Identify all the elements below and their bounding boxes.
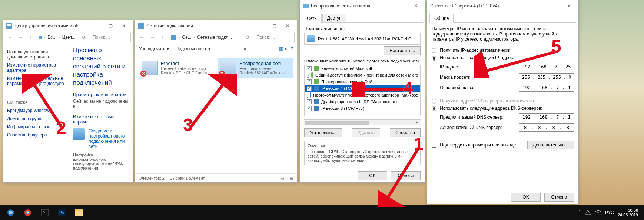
minimize-button[interactable]: ─ <box>255 22 267 30</box>
checkbox[interactable] <box>432 143 436 148</box>
checkbox[interactable] <box>307 106 312 111</box>
checkbox[interactable] <box>307 66 312 71</box>
address-bar[interactable]: › Се... › Сетевые подкл... <box>169 33 242 42</box>
wireless-item[interactable]: ✕ Беспроводная сеть Нет подключения Real… <box>218 58 293 78</box>
homegroup-link[interactable]: Домашняя группа <box>7 116 65 121</box>
search-input[interactable]: Поиск ... <box>90 33 131 42</box>
photoshop-icon[interactable]: Ps <box>53 205 70 220</box>
address-bar[interactable]: › Вс... › Цент... <box>37 33 78 42</box>
tab-access[interactable]: Доступ <box>322 14 346 22</box>
tab-general[interactable]: Общие <box>429 14 454 23</box>
maximize-button[interactable]: ▢ <box>104 22 117 30</box>
checkbox[interactable] <box>307 93 308 98</box>
see-also-header: См. также <box>7 100 65 105</box>
chrome-icon[interactable] <box>19 205 36 220</box>
connect-to-menu[interactable]: Подключение к ▾ <box>176 46 210 51</box>
breadcrumb[interactable]: Се... <box>182 35 191 40</box>
svg-rect-1 <box>7 24 11 26</box>
advanced-sharing-link[interactable]: Изменить дополнительные параметры общего… <box>7 76 65 86</box>
checkbox[interactable] <box>307 86 312 91</box>
tray-up-icon[interactable]: ˄ <box>578 210 581 215</box>
radio-manual-dns[interactable]: Использовать следующие адреса DNS-сервер… <box>432 106 574 111</box>
refresh-button[interactable]: ⟳ <box>80 33 89 42</box>
up-button[interactable]: ↑ <box>158 33 167 42</box>
comp-lldp[interactable]: Драйвер протокола LLDP (Майкрософт) <box>305 98 420 105</box>
comp-ipv4[interactable]: IP версии 4 (TCP/IPv4) <box>305 85 420 92</box>
back-button[interactable]: ← <box>137 33 146 42</box>
tab-network[interactable]: Сеть <box>302 14 322 23</box>
explorer-icon[interactable] <box>70 205 87 220</box>
intro-text: Параметры IP можно назначать автоматичес… <box>432 26 574 42</box>
service-icon <box>311 72 313 78</box>
wifi-tray-icon[interactable] <box>595 210 601 216</box>
infrared-link[interactable]: Инфракрасная связь <box>7 124 65 129</box>
radio-auto-ip[interactable]: Получить IP-адрес автоматически <box>432 48 574 53</box>
dns1-input[interactable]: 192. 168. 7. 1 <box>519 113 574 121</box>
search-input[interactable]: Поиск: ... <box>254 33 295 42</box>
view-icon[interactable]: ▥ ▾ <box>279 46 286 51</box>
radio-manual-ip[interactable]: Использовать следующий IP-адрес: <box>432 55 574 60</box>
refresh-button[interactable]: ⟳ <box>243 33 252 42</box>
statusbar: Элементов: 2 Выбран 1 элемент ▤ ▦ <box>135 173 297 182</box>
radio-icon[interactable] <box>432 106 436 111</box>
language-indicator[interactable]: РУС <box>605 210 614 215</box>
cancel-button[interactable]: Отмена <box>391 171 421 180</box>
checkbox[interactable] <box>307 79 312 84</box>
forward-button[interactable]: → <box>16 33 25 42</box>
dns2-input[interactable]: 8. 8. 8. 8 <box>519 123 574 132</box>
validate-checkbox-row[interactable]: Подтвердить параметры при выходе <box>432 142 516 148</box>
ok-button[interactable]: OK <box>511 193 541 202</box>
new-connection-task[interactable]: Создание и настройка нового подключения … <box>73 128 129 149</box>
component-list[interactable]: Клиент для сетей Microsoft Общий доступ … <box>304 65 421 116</box>
terminal-icon[interactable]: >_ <box>36 205 53 220</box>
checkbox[interactable] <box>307 73 309 78</box>
breadcrumb[interactable]: Цент... <box>62 35 76 40</box>
breadcrumb[interactable]: Сетевые подкл... <box>197 35 232 40</box>
close-button[interactable]: ✕ <box>117 22 130 30</box>
install-button[interactable]: Установить... <box>304 128 342 137</box>
ethernet-item[interactable]: ✕ Ethernet Сетевой кабель не подк... Rea… <box>139 58 215 78</box>
close-button[interactable]: ✕ <box>281 22 294 30</box>
up-button[interactable]: ↑ <box>26 33 35 42</box>
mask-input[interactable]: 255. 255. 255. 0 <box>519 73 574 81</box>
organize-menu[interactable]: Упорядочить ▾ <box>139 46 169 51</box>
radio-icon[interactable] <box>432 56 436 61</box>
clock[interactable]: 10:08 24.05.2019 <box>618 208 638 217</box>
view-details-icon[interactable]: ▤ <box>280 176 284 180</box>
h-scrollbar[interactable]: ▸ <box>304 119 421 125</box>
checkbox[interactable] <box>307 99 312 104</box>
advanced-button[interactable]: Дополнительно... <box>527 141 574 149</box>
close-button[interactable]: ✕ <box>409 2 422 10</box>
start-button[interactable] <box>2 205 19 220</box>
view-list-icon[interactable]: ▦ <box>289 176 293 180</box>
comp-mux[interactable]: Протокол мультиплексора сетевого адаптер… <box>305 92 420 98</box>
service-icon <box>314 79 319 84</box>
svg-rect-2 <box>39 36 42 39</box>
comp-qos[interactable]: Планировщик пакетов QoS <box>305 78 420 85</box>
cp-home-link[interactable]: Панель управления — домашняя страница <box>7 49 65 60</box>
properties-button[interactable]: Свойства <box>390 128 421 137</box>
cancel-button[interactable]: Отмена <box>544 193 574 202</box>
comp-ipv6[interactable]: IP версии 6 (TCP/IPv6) <box>305 105 420 112</box>
maximize-button[interactable]: ▢ <box>268 22 280 30</box>
time-text: 10:08 <box>618 208 638 213</box>
new-connection-link[interactable]: Создание и настройка нового подключения … <box>89 128 129 149</box>
comp-ms-client[interactable]: Клиент для сетей Microsoft <box>305 65 420 72</box>
close-button[interactable]: ✕ <box>563 2 575 10</box>
help-icon[interactable]: ? <box>291 46 293 51</box>
forward-button[interactable]: → <box>148 33 157 42</box>
browser-props-link[interactable]: Свойства браузера <box>7 132 65 138</box>
network-tray-icon[interactable] <box>584 210 591 216</box>
ok-button[interactable]: OK <box>358 171 387 180</box>
configure-button[interactable]: Настроить... <box>384 46 421 55</box>
breadcrumb[interactable]: Вс... <box>47 35 56 40</box>
radio-icon[interactable] <box>432 48 436 53</box>
change-adapter-link[interactable]: Изменение параметров адаптера <box>7 62 65 73</box>
firewall-link[interactable]: Брандмауэр Windows <box>7 108 65 113</box>
gw-input[interactable]: 192. 168. 7. 1 <box>519 84 574 92</box>
comp-file-sharing[interactable]: Общий доступ к файлам и принтерам для се… <box>305 72 420 78</box>
back-button[interactable]: ← <box>6 33 14 42</box>
minimize-button[interactable]: ─ <box>91 22 103 30</box>
ip-row: IP-адрес: 192. 168. 7. 25 <box>440 63 574 71</box>
ip-input[interactable]: 192. 168. 7. 25 <box>519 63 574 71</box>
